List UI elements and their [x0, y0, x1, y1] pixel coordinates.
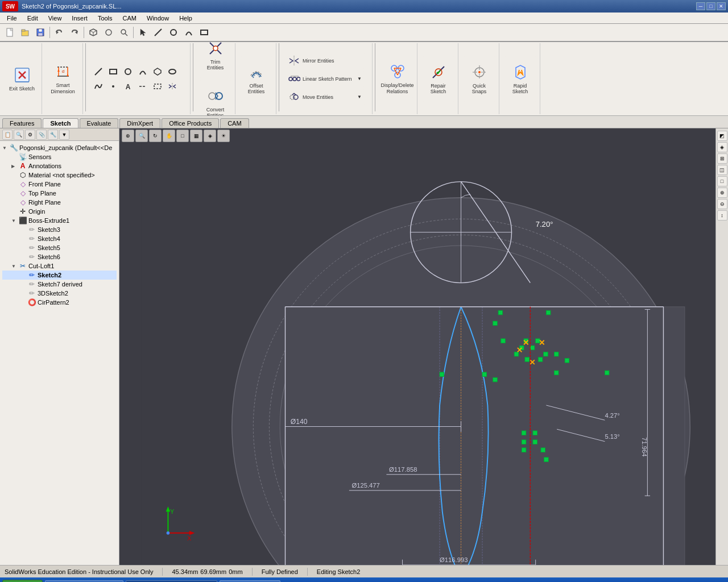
- view-pan[interactable]: ✋: [163, 130, 175, 142]
- ellipse-button[interactable]: [166, 65, 179, 78]
- maximize-button[interactable]: □: [706, 2, 715, 10]
- smart-dimension-button[interactable]: d Smart Dimension: [47, 56, 79, 102]
- sidebar-filter-btn[interactable]: ▼: [59, 130, 69, 140]
- tab-office[interactable]: Office Products: [162, 118, 219, 128]
- rt-btn-4[interactable]: ◫: [717, 165, 727, 175]
- rt-btn-3[interactable]: ⊞: [717, 153, 727, 164]
- tree-sketch3[interactable]: ✏ Sketch3: [2, 225, 117, 234]
- rt-btn-6[interactable]: ⊕: [717, 188, 727, 198]
- rt-btn-5[interactable]: □: [717, 176, 727, 186]
- menu-help[interactable]: Help: [175, 14, 197, 23]
- new-button[interactable]: [2, 26, 17, 39]
- text-button[interactable]: A: [121, 80, 135, 93]
- minimize-button[interactable]: ─: [696, 2, 705, 10]
- tree-material[interactable]: ⬡ Material <not specified>: [2, 171, 117, 180]
- tree-cir-pattern2[interactable]: ⭕ CirPattern2: [2, 298, 117, 307]
- circle-button[interactable]: [166, 26, 181, 39]
- mirror-entities-button[interactable]: Mirror Entities: [285, 53, 365, 69]
- view-zoom-in[interactable]: 🔍: [135, 130, 148, 142]
- menu-tools[interactable]: Tools: [93, 14, 117, 23]
- zoom-button[interactable]: [117, 26, 131, 39]
- select-button[interactable]: [135, 26, 150, 39]
- linear-pattern-dropdown[interactable]: ▼: [357, 76, 362, 81]
- tree-annotations[interactable]: ▶ A Annotations: [2, 161, 117, 171]
- point-button[interactable]: [106, 80, 120, 93]
- view-rotate[interactable]: ↻: [149, 130, 162, 142]
- cad-viewport[interactable]: ⊕ 🔍 ↻ ✋ □ ▦ ◈ ☀ 7.: [119, 128, 728, 565]
- arc-button[interactable]: [181, 26, 196, 39]
- rt-btn-8[interactable]: ↕: [717, 210, 727, 221]
- arc-draw-button[interactable]: [136, 65, 150, 78]
- centerline-button[interactable]: [136, 80, 150, 93]
- tab-features[interactable]: Features: [2, 118, 42, 128]
- rapid-sketch-button[interactable]: Rapid Sketch: [504, 56, 536, 102]
- tree-sketch2[interactable]: ✏ Sketch2: [2, 271, 117, 280]
- exit-sketch-button[interactable]: Exit Sketch: [6, 56, 38, 102]
- tree-top-plane[interactable]: ◇ Top Plane: [2, 189, 117, 198]
- line-button[interactable]: [151, 26, 166, 39]
- trim-entities-button[interactable]: Trim Entities: [200, 42, 231, 78]
- menu-view[interactable]: View: [44, 14, 67, 23]
- menu-window[interactable]: Window: [142, 14, 173, 23]
- tree-sketch6[interactable]: ✏ Sketch6: [2, 252, 117, 261]
- tree-right-plane[interactable]: ◇ Right Plane: [2, 198, 117, 207]
- convert-entities-button[interactable]: Convert Entities: [200, 80, 231, 117]
- tree-front-plane[interactable]: ◇ Front Plane: [2, 180, 117, 189]
- undo-button[interactable]: [52, 26, 67, 39]
- polygon-button[interactable]: [151, 65, 164, 78]
- rotate-view-button[interactable]: [101, 26, 116, 39]
- sidebar-tool-2[interactable]: 🔍: [14, 130, 24, 140]
- mirror-button-sm[interactable]: [166, 80, 179, 93]
- linear-pattern-button[interactable]: Linear Sketch Pattern ▼: [285, 71, 365, 87]
- sidebar-tool-3[interactable]: ⚙: [25, 130, 35, 140]
- tree-sketch4[interactable]: ✏ Sketch4: [2, 234, 117, 243]
- offset-entities-button[interactable]: Offset Entities: [241, 56, 272, 102]
- menu-edit[interactable]: Edit: [23, 14, 43, 23]
- view-section[interactable]: □: [176, 130, 189, 142]
- tree-expand-root[interactable]: ▼: [2, 146, 8, 151]
- repair-sketch-button[interactable]: Repair Sketch: [423, 56, 454, 102]
- rt-btn-7[interactable]: ⊖: [717, 199, 727, 209]
- tab-evaluate[interactable]: Evaluate: [80, 118, 119, 128]
- display-delete-relations-button[interactable]: Display/Delete Relations: [382, 60, 413, 98]
- view-lights[interactable]: ☀: [217, 130, 230, 142]
- tree-3dsketch2[interactable]: ✏ 3DSketch2: [2, 289, 117, 298]
- view-display[interactable]: ▦: [190, 130, 202, 142]
- tab-dimxpert[interactable]: DimXpert: [119, 118, 160, 128]
- view-perspective[interactable]: ◈: [204, 130, 216, 142]
- close-button[interactable]: ✕: [717, 2, 726, 10]
- tree-root-model[interactable]: ▼ 🔧 Pogonski_zupcanik (Default<<De: [2, 143, 117, 152]
- menu-insert[interactable]: Insert: [67, 14, 92, 23]
- tree-arrow-boss[interactable]: ▼: [11, 218, 17, 223]
- move-entities-dropdown[interactable]: ▼: [357, 94, 362, 99]
- spline-button[interactable]: [92, 80, 105, 93]
- menu-cam[interactable]: CAM: [118, 14, 141, 23]
- view-zoom-fit[interactable]: ⊕: [122, 130, 134, 142]
- redo-button[interactable]: [67, 26, 82, 39]
- quick-snaps-button[interactable]: Quick Snaps: [464, 56, 495, 102]
- tab-cam[interactable]: CAM: [220, 118, 249, 128]
- line-draw-button[interactable]: [92, 65, 105, 78]
- tree-arrow-annotations[interactable]: ▶: [11, 164, 17, 169]
- rt-btn-1[interactable]: ◩: [717, 131, 727, 141]
- tab-sketch[interactable]: Sketch: [43, 118, 78, 128]
- menu-file[interactable]: File: [2, 14, 22, 23]
- move-entities-button[interactable]: Move Entities ▼: [285, 89, 365, 105]
- tree-cut-loft1[interactable]: ▼ ✂ Cut-Loft1: [2, 261, 117, 271]
- tree-origin[interactable]: ✛ Origin: [2, 207, 117, 216]
- sidebar-tool-5[interactable]: 🔧: [48, 130, 58, 140]
- sidebar-tool-1[interactable]: 📋: [2, 130, 13, 140]
- rectangle-draw-button[interactable]: [106, 65, 120, 78]
- rt-btn-2[interactable]: ◈: [717, 142, 727, 152]
- tree-sketch7-derived[interactable]: ✏ Sketch7 derived: [2, 280, 117, 289]
- construction-button[interactable]: [151, 80, 164, 93]
- tree-sketch5[interactable]: ✏ Sketch5: [2, 243, 117, 252]
- open-button[interactable]: [18, 26, 32, 39]
- sidebar-tool-4[interactable]: 📎: [36, 130, 47, 140]
- tree-arrow-cut[interactable]: ▼: [11, 264, 17, 269]
- save-button[interactable]: [33, 26, 48, 39]
- circle-draw-button[interactable]: [121, 65, 135, 78]
- rectangle-button[interactable]: [197, 26, 212, 39]
- tree-boss-extrude1[interactable]: ▼ ⬛ Boss-Extrude1: [2, 216, 117, 225]
- tree-sensors[interactable]: 📡 Sensors: [2, 152, 117, 161]
